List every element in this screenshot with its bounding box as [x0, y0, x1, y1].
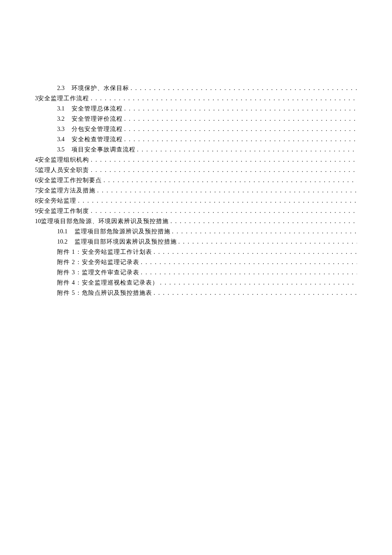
- toc-title: 附件 3：监理文件审查记录表: [57, 267, 139, 278]
- toc-entry: 附件 3：监理文件审查记录表. . . . . . . . . . . . . …: [35, 267, 357, 278]
- toc-leader-dots: . . . . . . . . . . . . . . . . . . . . …: [124, 104, 357, 114]
- toc-leader-dots: . . . . . . . . . . . . . . . . . . . . …: [141, 267, 357, 278]
- toc-entry: 2.3环境保护、水保目标. . . . . . . . . . . . . . …: [35, 83, 357, 93]
- toc-title: 安全监理方法及措施: [38, 186, 95, 196]
- toc-entry: 3.3分包安全管理流程. . . . . . . . . . . . . . .…: [35, 124, 357, 134]
- toc-entry: 10.2监理项目部环境因素辨识及预控措施. . . . . . . . . . …: [35, 237, 357, 247]
- toc-number: 3.3: [57, 124, 65, 134]
- toc-number: 10: [35, 216, 41, 227]
- toc-number: 10.1: [57, 227, 68, 237]
- toc-title: 监理人员安全职责: [38, 165, 89, 175]
- toc-leader-dots: . . . . . . . . . . . . . . . . . . . . …: [141, 257, 357, 267]
- toc-number: 7: [35, 186, 38, 196]
- toc-entry: 附件 2：安全旁站监理记录表. . . . . . . . . . . . . …: [35, 257, 357, 267]
- toc-leader-dots: . . . . . . . . . . . . . . . . . . . . …: [91, 93, 357, 104]
- toc-title: 安全监理工作流程: [38, 93, 89, 104]
- toc-title: 安全管理评价流程: [72, 114, 123, 124]
- toc-leader-dots: . . . . . . . . . . . . . . . . . . . . …: [137, 145, 357, 155]
- toc-leader-dots: . . . . . . . . . . . . . . . . . . . . …: [124, 114, 357, 124]
- toc-title: 安全监理组织机构: [38, 155, 89, 165]
- toc-leader-dots: . . . . . . . . . . . . . . . . . . . . …: [160, 278, 357, 288]
- toc-leader-dots: . . . . . . . . . . . . . . . . . . . . …: [124, 134, 357, 145]
- toc-title: 监理项目部危险源辨识及预控措施: [75, 227, 170, 237]
- toc-number: 3.4: [57, 134, 65, 145]
- toc-entry: 10.1监理项目部危险源辨识及预控措施. . . . . . . . . . .…: [35, 227, 357, 237]
- toc-leader-dots: . . . . . . . . . . . . . . . . . . . . …: [131, 83, 357, 93]
- toc-entry: 附件 5：危险点辨识及预控措施表. . . . . . . . . . . . …: [35, 288, 357, 298]
- toc-number: 10.2: [57, 237, 68, 247]
- toc-leader-dots: . . . . . . . . . . . . . . . . . . . . …: [124, 124, 357, 134]
- toc-number: 4: [35, 155, 38, 165]
- toc-title: 项目安全事故调查流程: [72, 145, 135, 155]
- toc-number: 8: [35, 196, 38, 206]
- toc-leader-dots: . . . . . . . . . . . . . . . . . . . . …: [91, 206, 357, 216]
- toc-title: 环境保护、水保目标: [72, 83, 129, 93]
- toc-leader-dots: . . . . . . . . . . . . . . . . . . . . …: [91, 165, 357, 175]
- toc-title: 安全管理总体流程: [72, 104, 123, 114]
- toc-entry: 6安全监理工作控制要点. . . . . . . . . . . . . . .…: [35, 175, 357, 186]
- toc-title: 安全监理工作控制要点: [38, 175, 102, 186]
- toc-entry: 9安全监理工作制度. . . . . . . . . . . . . . . .…: [35, 206, 357, 216]
- toc-number: 9: [35, 206, 38, 216]
- table-of-contents: 2.3环境保护、水保目标. . . . . . . . . . . . . . …: [35, 83, 357, 298]
- toc-entry: 3.2安全管理评价流程. . . . . . . . . . . . . . .…: [35, 114, 357, 124]
- toc-entry: 附件 4：安全监理巡视检查记录表）. . . . . . . . . . . .…: [35, 278, 357, 288]
- toc-title: 监理项目部危险源、环境因素辨识及预控措施: [41, 216, 169, 227]
- toc-number: 3: [35, 93, 38, 104]
- toc-entry: 4安全监理组织机构. . . . . . . . . . . . . . . .…: [35, 155, 357, 165]
- toc-title: 附件 4：安全监理巡视检查记录表）: [57, 278, 159, 288]
- toc-entry: 附件 1：安全旁站监理工作计划表. . . . . . . . . . . . …: [35, 247, 357, 257]
- toc-leader-dots: . . . . . . . . . . . . . . . . . . . . …: [170, 216, 357, 227]
- toc-entry: 3.4安全检查管理流程. . . . . . . . . . . . . . .…: [35, 134, 357, 145]
- toc-entry: 7安全监理方法及措施. . . . . . . . . . . . . . . …: [35, 186, 357, 196]
- toc-leader-dots: . . . . . . . . . . . . . . . . . . . . …: [104, 175, 357, 186]
- toc-title: 安全监理工作制度: [38, 206, 89, 216]
- toc-title: 附件 5：危险点辨识及预控措施表: [57, 288, 152, 298]
- toc-number: 3.1: [57, 104, 65, 114]
- toc-entry: 8安全旁站监理. . . . . . . . . . . . . . . . .…: [35, 196, 357, 206]
- toc-leader-dots: . . . . . . . . . . . . . . . . . . . . …: [179, 237, 357, 247]
- toc-title: 监理项目部环境因素辨识及预控措施: [75, 237, 177, 247]
- toc-leader-dots: . . . . . . . . . . . . . . . . . . . . …: [78, 196, 357, 206]
- toc-number: 6: [35, 175, 38, 186]
- toc-number: 3.5: [57, 145, 65, 155]
- toc-title: 安全检查管理流程: [72, 134, 123, 145]
- toc-leader-dots: . . . . . . . . . . . . . . . . . . . . …: [154, 288, 357, 298]
- toc-entry: 3.5项目安全事故调查流程. . . . . . . . . . . . . .…: [35, 145, 357, 155]
- toc-title: 附件 2：安全旁站监理记录表: [57, 257, 139, 267]
- toc-title: 安全旁站监理: [38, 196, 76, 206]
- toc-leader-dots: . . . . . . . . . . . . . . . . . . . . …: [97, 186, 357, 196]
- toc-entry: 10监理项目部危险源、环境因素辨识及预控措施. . . . . . . . . …: [35, 216, 357, 227]
- toc-entry: 3.1安全管理总体流程. . . . . . . . . . . . . . .…: [35, 104, 357, 114]
- toc-leader-dots: . . . . . . . . . . . . . . . . . . . . …: [91, 155, 357, 165]
- toc-entry: 5监理人员安全职责. . . . . . . . . . . . . . . .…: [35, 165, 357, 175]
- toc-number: 3.2: [57, 114, 65, 124]
- toc-number: 2.3: [57, 83, 65, 93]
- toc-title: 分包安全管理流程: [72, 124, 123, 134]
- toc-title: 附件 1：安全旁站监理工作计划表: [57, 247, 152, 257]
- toc-leader-dots: . . . . . . . . . . . . . . . . . . . . …: [154, 247, 357, 257]
- toc-leader-dots: . . . . . . . . . . . . . . . . . . . . …: [172, 227, 357, 237]
- toc-number: 5: [35, 165, 38, 175]
- toc-entry: 3安全监理工作流程. . . . . . . . . . . . . . . .…: [35, 93, 357, 104]
